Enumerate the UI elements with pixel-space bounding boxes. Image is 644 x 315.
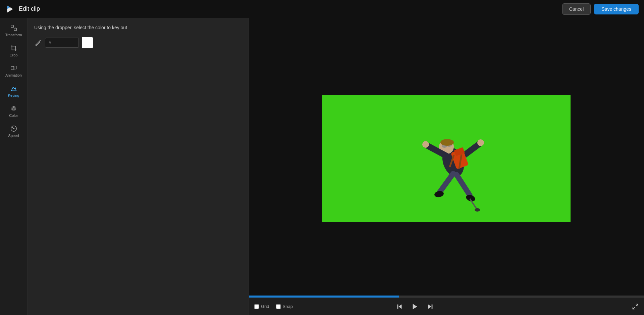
svg-point-15 [36, 44, 37, 45]
video-container [249, 18, 644, 296]
crop-icon [10, 44, 17, 52]
svg-rect-40 [432, 304, 433, 309]
color-hex-input[interactable] [45, 38, 78, 48]
sidebar-item-crop[interactable]: Crop [2, 41, 26, 60]
header-left: Edit clip [5, 4, 40, 14]
sidebar-item-label: Animation [5, 73, 22, 77]
svg-rect-37 [397, 304, 398, 309]
svg-rect-2 [11, 25, 13, 28]
transform-icon [10, 24, 17, 32]
svg-marker-38 [413, 304, 417, 309]
sidebar-item-transform[interactable]: Transform [2, 21, 26, 40]
skip-forward-button[interactable] [425, 302, 435, 312]
svg-line-42 [633, 307, 635, 309]
sidebar-item-speed[interactable]: Speed [2, 122, 26, 141]
grid-checkbox[interactable] [254, 304, 259, 309]
play-icon [411, 303, 419, 310]
progress-bar[interactable] [249, 296, 644, 298]
skip-back-icon [396, 303, 403, 310]
skip-back-button[interactable] [394, 302, 405, 312]
header-right: Cancel Save changes [562, 3, 639, 15]
playback-controls [394, 302, 435, 312]
snap-checkbox-label[interactable]: Snap [276, 304, 293, 309]
svg-marker-36 [398, 304, 401, 309]
svg-point-35 [440, 139, 454, 146]
animation-icon [10, 64, 17, 72]
progress-bar-fill [249, 296, 399, 298]
sidebar-item-keying[interactable]: Keying [2, 81, 26, 101]
sidebar-item-color[interactable]: Color [2, 101, 26, 121]
sidebar-item-label: Speed [8, 134, 19, 138]
snap-label: Snap [283, 304, 293, 309]
logo-icon [5, 4, 15, 14]
page-title: Edit clip [19, 5, 40, 12]
sidebar-item-animation[interactable]: Animation [2, 61, 26, 81]
preview-area: Grid Snap [249, 18, 644, 315]
cancel-button[interactable]: Cancel [562, 3, 591, 15]
speed-icon [10, 125, 17, 132]
controls-bar: Grid Snap [249, 298, 644, 315]
fullscreen-icon [632, 303, 639, 310]
color-swatch[interactable] [82, 37, 93, 48]
svg-rect-3 [14, 28, 16, 31]
keying-panel: Using the dropper, select the color to k… [28, 18, 249, 315]
svg-line-41 [636, 304, 638, 306]
svg-point-12 [14, 108, 16, 110]
sidebar-item-label: Transform [5, 33, 22, 37]
svg-point-10 [13, 106, 15, 108]
sidebar-item-label: Crop [10, 53, 18, 57]
snap-checkbox[interactable] [276, 304, 281, 309]
sidebar-item-label: Color [9, 114, 18, 118]
header: Edit clip Cancel Save changes [0, 0, 644, 18]
grid-checkbox-label[interactable]: Grid [254, 304, 269, 309]
video-preview [322, 95, 571, 222]
svg-point-14 [13, 128, 14, 129]
svg-point-24 [477, 139, 484, 146]
main: Transform Crop Animation Keying [0, 18, 644, 315]
play-button[interactable] [410, 302, 420, 312]
fullscreen-button[interactable] [632, 303, 639, 310]
svg-point-23 [422, 141, 429, 148]
dropper-icon[interactable] [34, 39, 42, 46]
panel-instruction: Using the dropper, select the color to k… [34, 25, 242, 30]
svg-point-34 [475, 208, 480, 212]
color-picker-row [34, 37, 242, 48]
skip-forward-icon [427, 303, 434, 310]
color-icon [10, 105, 17, 112]
svg-point-8 [11, 90, 11, 91]
sidebar-item-label: Keying [8, 93, 19, 97]
grid-label: Grid [261, 304, 269, 309]
save-button[interactable]: Save changes [594, 4, 639, 14]
sidebar: Transform Crop Animation Keying [0, 18, 28, 315]
svg-marker-39 [428, 304, 431, 309]
svg-point-11 [11, 108, 13, 110]
keying-icon [10, 85, 17, 92]
